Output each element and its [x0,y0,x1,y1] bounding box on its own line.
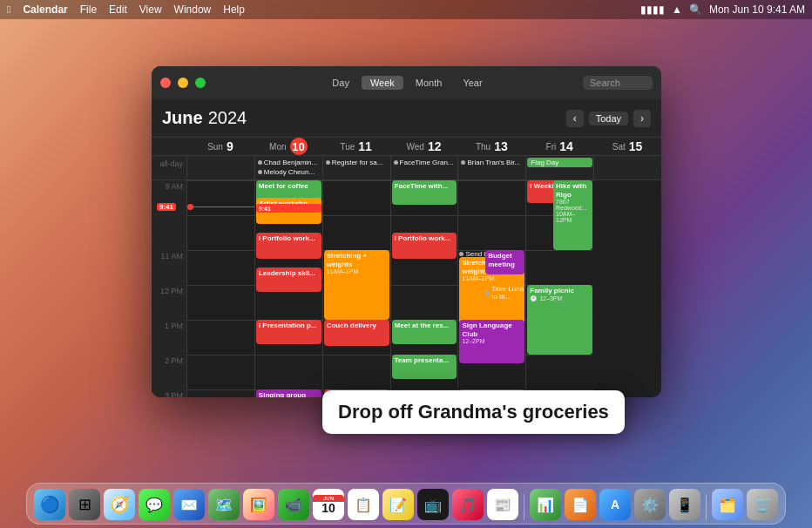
day-header-mon: Mon 10 [254,138,322,155]
allday-fri: Flag Day [525,156,593,179]
time-1pm: 1 PM [152,320,186,355]
dock-pages[interactable]: 📄 [565,489,596,520]
allday-mon: Chad Benjamin... Melody Cheun... [254,156,322,179]
year-view-btn[interactable]: Year [454,76,491,90]
prev-btn[interactable]: ‹ [566,110,584,127]
time-2pm: 2 PM [152,355,186,389]
nav-buttons: ‹ Today › [566,110,651,127]
maximize-button[interactable] [195,78,206,88]
event-facetime-wed[interactable]: FaceTime with... [392,180,457,205]
desktop:  Calendar File Edit View Window Help ▮▮… [0,0,812,528]
dock-safari[interactable]: 🧭 [104,489,135,520]
dock-notes[interactable]: 📝 [382,489,414,520]
calendar-header: June 2024 ‹ Today › [152,99,661,138]
dock-maps[interactable]: 🗺️ [208,489,240,520]
allday-event-melody[interactable]: Melody Cheun... [264,168,315,176]
day-header-sat: Sat 15 [593,138,661,155]
event-picnic[interactable]: Family picnic 🕐 12–3PM [527,285,592,355]
dock-appletv[interactable]: 📺 [417,489,449,520]
dock-separator-2 [706,494,707,520]
apple-menu[interactable]:  [7,3,10,16]
day-header-sun: Sun 9 [186,138,254,155]
window-menu[interactable]: Window [174,3,212,16]
col-wed: FaceTime with... I Portfolio work... Mee… [390,180,458,397]
edit-menu[interactable]: Edit [109,3,127,16]
allday-row: all-day Chad Benjamin... Melody Cheun... [152,156,661,180]
event-singing[interactable]: Singing group [256,389,321,397]
view-menu[interactable]: View [139,3,162,16]
dock-numbers[interactable]: 📊 [530,489,561,520]
dock-facetime[interactable]: 📹 [278,489,309,520]
dock-calendar[interactable]: JUN 10 [313,489,344,520]
help-menu[interactable]: Help [223,3,245,16]
minimize-button[interactable] [178,78,188,88]
search-icon[interactable]: 🔍 [689,3,702,16]
event-luna[interactable]: Take Luna to th... [485,285,524,301]
dock-reminders[interactable]: 📋 [348,489,379,520]
allday-sat [593,156,661,179]
day-header-fri: Fri 14 [525,138,593,155]
toolbar-right: Search [583,76,653,90]
allday-event-register[interactable]: Register for sa... [332,159,383,166]
dock-mail[interactable]: ✉️ [173,489,205,520]
time-11am: 11 AM [152,250,186,285]
file-menu[interactable]: File [80,3,97,16]
event-tooltip: Drop off Grandma's groceries [322,390,625,434]
event-hike[interactable]: Hike with Rigo 7867 Redwood... 10AM–12PM [553,180,592,250]
month-title: June [162,108,203,128]
dock-trash[interactable]: 🗑️ [747,489,778,520]
dock-launchpad[interactable]: ⊞ [69,489,100,520]
view-switcher: Day Week Month Year [239,76,576,90]
col-tue: Stretching + weights 11AM–1PM Couch deli… [322,180,390,397]
dock-news[interactable]: 📰 [487,489,518,520]
col-fri: I Weekly status Hike with Rigo 7867 Redw… [525,180,593,397]
datetime: Mon Jun 10 9:41 AM [709,3,805,16]
event-stretching-tue[interactable]: Stretching + weights 11AM–1PM [324,250,389,320]
col-thu: Send birthday... Stretching + weights 11… [457,180,525,397]
current-time-block: 9:41 [256,204,321,213]
col-sun: 9:41 [186,180,254,397]
event-team-presenta[interactable]: Team presenta... [392,355,457,379]
event-meet-res[interactable]: Meet at the res... [392,320,457,344]
week-view-btn[interactable]: Week [362,76,403,90]
event-presentation[interactable]: I Presentation p... [256,320,321,344]
event-couch[interactable]: Couch delivery [324,320,389,346]
allday-event-facetime[interactable]: FaceTime Gran... [400,159,454,166]
dock-messages[interactable]: 💬 [139,489,170,520]
event-leadership[interactable]: Leadership skil... [256,267,321,292]
today-btn[interactable]: Today [589,112,628,125]
allday-wed: FaceTime Gran... [390,156,458,179]
time-12pm: 12 PM [152,285,186,320]
app-name[interactable]: Calendar [23,3,67,16]
wifi-icon: ▲ [672,3,682,16]
next-btn[interactable]: › [633,110,651,127]
time-10am [152,215,186,250]
dock-iphone[interactable]: 📱 [669,489,700,520]
day-header-wed: Wed 12 [390,138,458,155]
allday-label: all-day [152,156,186,179]
dock-separator [524,494,524,520]
menubar:  Calendar File Edit View Window Help ▮▮… [0,0,812,19]
allday-event-chad[interactable]: Chad Benjamin... [264,159,317,166]
dock-finder[interactable]: 🔵 [34,489,65,520]
event-budget[interactable]: Budget meeting [485,250,524,274]
allday-event-flagday[interactable]: Flag Day [531,159,558,166]
time-3pm: 3 PM [152,389,186,397]
current-time-label: 9:41 [157,203,176,211]
allday-event-birthday[interactable]: Brian Tran's Bir... [467,159,520,166]
month-view-btn[interactable]: Month [407,76,451,90]
event-portfolio-wed[interactable]: I Portfolio work... [392,233,457,259]
day-header-tue: Tue 11 [322,138,390,155]
event-sign-language[interactable]: Sign Language Club 12–2PM [459,320,524,363]
allday-thu: Brian Tran's Bir... [457,156,525,179]
dock-music[interactable]: 🎵 [452,489,484,520]
dock-appstore[interactable]: A [599,489,631,520]
close-button[interactable] [160,78,171,88]
dock-finder-folder[interactable]: 🗂️ [712,489,743,520]
dock-systemprefs[interactable]: ⚙️ [634,489,666,520]
col-mon: 9:41 Meet for coffee Artist worksho... I… [254,180,322,397]
search-box[interactable]: Search [583,76,653,90]
day-view-btn[interactable]: Day [323,76,358,90]
dock-photos[interactable]: 🖼️ [243,489,274,520]
event-portfolio-work-mon[interactable]: I Portfolio work... [256,233,321,259]
